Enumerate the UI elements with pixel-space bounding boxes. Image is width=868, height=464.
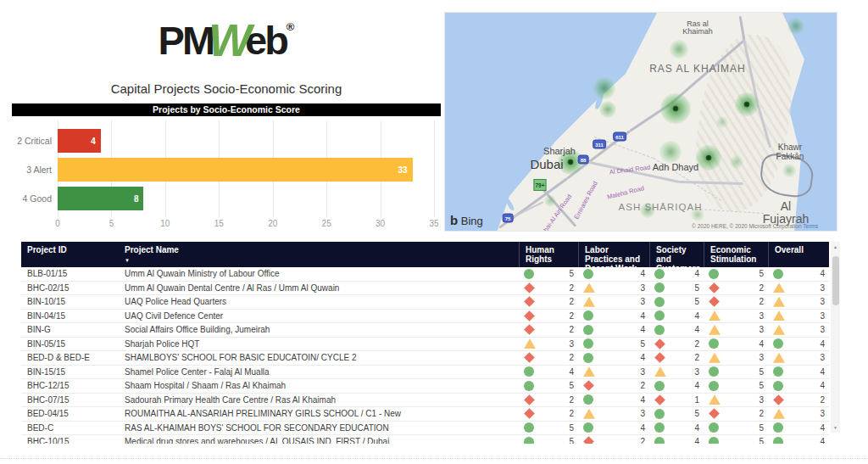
table-row[interactable]: BIN-10/15UAQ Police Head Quarters23523 <box>21 295 829 310</box>
good-circle-icon <box>773 269 783 279</box>
table-row[interactable]: BED-CRAS AL-KHAIMAH BOYS' SCHOOL FOR SEC… <box>21 422 829 436</box>
critical-diamond-icon <box>773 394 784 405</box>
map-heat-spot <box>730 155 743 169</box>
road-shield: 88 <box>578 155 589 165</box>
score-value: 4 <box>640 311 645 321</box>
score-cell: 4 <box>519 366 578 377</box>
table-row[interactable]: BLB-01/15Umm Al Quwain Ministry of Labou… <box>21 267 829 282</box>
score-cell: 4 <box>578 269 649 279</box>
score-cell: 4 <box>649 269 704 279</box>
score-cell: 4 <box>578 353 649 363</box>
project-id-cell: BIN-15/15 <box>21 367 119 377</box>
bing-map[interactable]: 79+6113118875Al Dhaid RoadMaleha RoadEmi… <box>444 12 837 232</box>
scrollbar-thumb[interactable] <box>832 256 839 305</box>
scroll-down-icon[interactable]: ▼ <box>831 422 840 433</box>
project-id-cell: BHC-10/15 <box>21 437 119 444</box>
category-label: 4 Good <box>12 193 52 204</box>
chart-gridline <box>434 120 435 217</box>
good-circle-icon <box>583 422 593 433</box>
critical-diamond-icon <box>583 380 594 391</box>
alert-triangle-icon <box>773 409 785 419</box>
table-row[interactable]: BIN-05/15Sharjah Police HQT35244 <box>21 338 829 352</box>
score-value: 4 <box>694 269 699 278</box>
score-cell: 5 <box>704 366 768 377</box>
map-place-label: Ras al Khaimah <box>682 20 713 36</box>
map-place-label: RAS AL KHAIMAH <box>649 64 746 75</box>
table-scrollbar[interactable]: ▲ ▼ <box>831 242 840 433</box>
project-name-cell: UAQ Police Head Quarters <box>119 297 519 306</box>
score-value: 1 <box>694 395 699 405</box>
score-cell: 2 <box>649 339 704 349</box>
score-cell: 5 <box>578 338 649 349</box>
projects-score-bar-chart: Projects by Socio-Economic Score 0510152… <box>12 103 441 231</box>
project-id-cell: BHC-02/15 <box>21 283 119 293</box>
score-cell: 4 <box>768 437 829 444</box>
sort-descending-icon[interactable]: ▼ <box>125 256 515 266</box>
bar-3-alert[interactable] <box>58 158 413 182</box>
score-value: 4 <box>820 437 825 444</box>
good-circle-icon <box>524 366 534 377</box>
table-row[interactable]: BHC-12/15Shaam Hospital / Shaam / Ras Al… <box>21 379 829 394</box>
score-cell: 4 <box>578 394 649 405</box>
project-name-cell: SHAMLBOYS' SCHOOL FOR BASIC EDUCATOIN/ C… <box>119 353 519 362</box>
good-circle-icon <box>709 422 719 433</box>
map-copyright: © 2020 HERE, © 2020 Microsoft Corporatio… <box>692 223 818 229</box>
score-cell: 3 <box>768 325 829 335</box>
table-row[interactable]: BIN-15/15Shamel Police Center - Falaj Al… <box>21 366 829 380</box>
score-value: 5 <box>759 381 764 390</box>
bing-logo[interactable]: b Bing <box>450 213 483 227</box>
project-name-cell: UAQ Civil Defence Center <box>119 311 519 321</box>
scroll-up-icon[interactable]: ▲ <box>831 242 840 252</box>
score-value: 4 <box>640 269 645 278</box>
score-cell: 3 <box>704 353 768 363</box>
dashboard: PMWeb® Capital Projects Socio-Economic S… <box>0 0 868 464</box>
good-circle-icon <box>524 437 534 444</box>
map-cluster-marker[interactable]: 79+ <box>534 179 547 191</box>
map-heat-spot <box>782 164 796 177</box>
table-row[interactable]: BIN-GSocial Affairs Office Building, Jum… <box>21 323 829 338</box>
alert-triangle-icon <box>524 338 536 349</box>
table-row[interactable]: BHC-07/15Sadourah Primary Health Care Ce… <box>21 394 829 408</box>
x-axis-tick-label: 25 <box>314 219 339 228</box>
table-row[interactable]: BHC-10/15Medical drug stores and warehou… <box>21 435 829 444</box>
score-value: 5 <box>569 269 574 278</box>
good-circle-icon <box>709 366 719 377</box>
score-cell: 3 <box>649 366 704 377</box>
registered-trademark-symbol: ® <box>287 20 295 33</box>
score-value: 5 <box>759 269 764 278</box>
score-value: 3 <box>820 353 825 362</box>
score-value: 5 <box>694 297 699 306</box>
score-value: 2 <box>569 311 574 321</box>
critical-diamond-icon <box>709 282 720 293</box>
good-circle-icon <box>524 422 534 433</box>
table-row[interactable]: BHC-02/15Umm Al Quwain Dental Centre / A… <box>21 282 829 296</box>
category-label: 2 Critical <box>12 136 52 146</box>
score-cell: 2 <box>649 353 704 362</box>
score-value: 4 <box>820 269 825 278</box>
score-value: 3 <box>820 409 825 418</box>
map-heat-spot <box>599 101 616 118</box>
map-boundary-dashed <box>496 115 555 141</box>
score-value: 3 <box>759 353 764 362</box>
score-cell: 4 <box>704 338 768 349</box>
score-value: 4 <box>694 381 699 390</box>
project-id-cell: BIN-G <box>21 325 119 334</box>
score-cell: 4 <box>578 422 649 433</box>
score-value: 3 <box>640 409 645 418</box>
score-value: 2 <box>640 381 645 390</box>
table-row[interactable]: BED-04/15ROUMAITHA AL-ANSARIAH PRELIMINA… <box>21 407 829 422</box>
alert-triangle-icon <box>709 394 721 405</box>
score-value: 4 <box>820 367 825 377</box>
score-cell: 3 <box>704 310 768 321</box>
alert-triangle-icon <box>773 353 785 363</box>
project-id-cell: BED-C <box>21 423 119 433</box>
table-header: Project IDProject Name▼Human RightsLabor… <box>21 242 829 267</box>
bar-4-good[interactable] <box>58 187 143 210</box>
table-row[interactable]: BIN-04/15UAQ Civil Defence Center24433 <box>21 310 829 324</box>
map-terms-link[interactable]: Terms <box>803 223 818 229</box>
map-heat-spot <box>593 77 615 99</box>
score-cell: 5 <box>649 282 704 293</box>
map-heat-core <box>744 102 750 108</box>
score-value: 3 <box>820 325 825 334</box>
table-row[interactable]: BED-D & BED-ESHAMLBOYS' SCHOOL FOR BASIC… <box>21 351 829 366</box>
